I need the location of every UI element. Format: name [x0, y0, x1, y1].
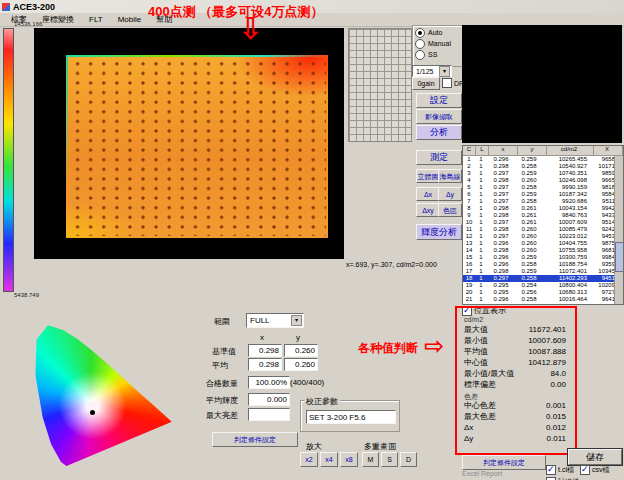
export-format-label: csv檔: [592, 465, 610, 475]
table-row[interactable]: 3 1 0.297 0.259 10740.351 9859: [463, 170, 623, 177]
avg-luminance-label: 平均輝度: [206, 395, 238, 406]
chevron-down-icon[interactable]: ▾: [439, 66, 450, 77]
luminance-analysis-button[interactable]: 輝度分析: [416, 224, 462, 240]
calibration-label: 校正參數: [304, 396, 340, 407]
export-format-checkbox[interactable]: t.cl檔: [546, 465, 574, 475]
table-scrollbar[interactable]: [614, 156, 623, 304]
excel-report-button[interactable]: Excel Report: [462, 470, 522, 479]
table-row[interactable]: 2 1 0.298 0.258 10540.927 10171: [463, 163, 623, 170]
luminance-stats: 最大值 11672.401 最小值 10007.609 平均值 10087.88…: [464, 324, 566, 390]
zoom-button[interactable]: x2: [300, 452, 318, 467]
table-row[interactable]: 14 1 0.298 0.260 10755.958 9681: [463, 247, 623, 254]
stat-row: 中心色差 0.001: [464, 400, 566, 411]
capture-mode-option[interactable]: Manual: [415, 38, 463, 49]
graph-paper: [348, 28, 412, 142]
multi-screen-button[interactable]: D: [400, 452, 417, 467]
avg-luminance-value[interactable]: 0.000: [248, 393, 290, 406]
col-c: C: [463, 146, 476, 155]
radio-icon[interactable]: [415, 50, 425, 60]
checkbox-icon[interactable]: [442, 78, 452, 88]
table-row[interactable]: 4 1 0.298 0.260 10246.098 9665: [463, 177, 623, 184]
measurement-table[interactable]: C L x y cd/m2 X 1 1 0.296 0.259 10265.45…: [462, 145, 624, 305]
table-row[interactable]: 15 1 0.296 0.259 10300.759 9984: [463, 254, 623, 261]
capture-mode-group: Auto Manual SS: [412, 25, 466, 67]
table-body[interactable]: 1 1 0.296 0.259 10265.455 9658 2 1 0.298…: [463, 156, 623, 304]
judge-condition-button-left[interactable]: 判定條件設定: [212, 432, 298, 447]
table-row[interactable]: 9 1 0.298 0.261 9840.763 9433: [463, 212, 623, 219]
table-row[interactable]: 18 1 0.297 0.258 11402.293 9451: [463, 275, 623, 282]
contour-button[interactable]: 海島線: [438, 169, 462, 183]
table-row[interactable]: 6 1 0.297 0.259 10187.342 9584: [463, 191, 623, 198]
stat-row: 最小值/最大值 84.0: [464, 368, 566, 379]
chevron-down-icon[interactable]: ▾: [291, 315, 302, 326]
table-row[interactable]: 20 1 0.295 0.256 10680.313 9727: [463, 289, 623, 296]
table-row[interactable]: 1 1 0.296 0.259 10265.455 9658: [463, 156, 623, 163]
analyze-button[interactable]: 分析: [416, 125, 462, 140]
judge-condition-button-right[interactable]: 判定條件設定: [462, 455, 546, 470]
capture-mode-option[interactable]: Auto: [415, 27, 463, 38]
stat-row: 最小值 10007.609: [464, 335, 566, 346]
heatmap-panel[interactable]: [34, 28, 344, 259]
delta-x-button[interactable]: Δx: [416, 187, 440, 201]
zero-gain-button[interactable]: 0gain: [412, 77, 440, 90]
range-value: FULL: [250, 316, 270, 325]
table-row[interactable]: 5 1 0.297 0.258 9990.159 9818: [463, 184, 623, 191]
heatmap-image[interactable]: [66, 55, 328, 238]
average-label: 平均: [212, 360, 228, 371]
position-display-checkbox[interactable]: 位置表示: [462, 305, 506, 316]
capture-mode-label: SS: [428, 51, 437, 58]
checkbox-icon[interactable]: [546, 465, 556, 475]
checkbox-icon[interactable]: [462, 306, 472, 316]
stat-row: 最大值 11672.401: [464, 324, 566, 335]
color-region-button[interactable]: 色區: [438, 203, 462, 217]
max-diff-value[interactable]: [248, 408, 290, 421]
table-row[interactable]: 7 1 0.297 0.258 9920.686 9511: [463, 198, 623, 205]
save-button[interactable]: 儲存: [568, 449, 622, 465]
stats-unit-header: cd/m2: [464, 316, 483, 323]
delta-y-button[interactable]: Δy: [438, 187, 462, 201]
color-diff-stats: 中心色差 0.001 最大色差 0.015 Δx 0.012 Δy 0.011: [464, 400, 566, 444]
col-X: X: [594, 146, 623, 155]
range-select[interactable]: FULL ▾: [246, 313, 304, 328]
delta-xy-button[interactable]: Δxy: [416, 203, 440, 217]
table-row[interactable]: 8 1 0.298 0.261 10043.154 9942: [463, 205, 623, 212]
scrollbar-thumb[interactable]: [615, 242, 623, 272]
col-x: x: [489, 146, 518, 155]
ref-y-value[interactable]: 0.260: [284, 344, 318, 357]
radio-icon[interactable]: [415, 28, 425, 38]
menu-item[interactable]: Mobile: [111, 14, 149, 25]
stereo-button[interactable]: 立體圖: [416, 169, 440, 183]
menu-item[interactable]: FLT: [82, 14, 110, 25]
table-row[interactable]: 19 1 0.295 0.254 10800.404 10209: [463, 282, 623, 289]
down-arrow-icon: ⇩: [238, 14, 263, 44]
table-row[interactable]: 16 1 0.296 0.258 10188.754 9359: [463, 261, 623, 268]
measure-button[interactable]: 測定: [416, 150, 462, 165]
table-row[interactable]: 13 1 0.296 0.260 10404.755 9875: [463, 240, 623, 247]
stat-row: Δy 0.011: [464, 433, 566, 444]
cie-diagram: [28, 312, 190, 476]
multi-screen-button[interactable]: S: [381, 452, 398, 467]
export-format-checkbox[interactable]: csv檔: [580, 465, 610, 475]
table-row[interactable]: 11 1 0.298 0.260 10085.479 9242: [463, 226, 623, 233]
zoom-button[interactable]: x8: [340, 452, 358, 467]
table-row[interactable]: 10 1 0.297 0.261 10007.609 9514: [463, 219, 623, 226]
capture-mode-label: Auto: [428, 29, 442, 36]
image-grab-button[interactable]: 影像擷取: [416, 109, 462, 124]
colorbar-max-label: 14536.166: [14, 21, 42, 27]
pass-percent: 100.00%: [248, 376, 290, 389]
settings-button[interactable]: 設定: [416, 93, 462, 108]
table-row[interactable]: 17 1 0.298 0.259 11072.401 10345: [463, 268, 623, 275]
radio-icon[interactable]: [415, 39, 425, 49]
zoom-button[interactable]: x4: [320, 452, 338, 467]
ref-x-value[interactable]: 0.298: [248, 344, 282, 357]
checkbox-icon[interactable]: [580, 465, 590, 475]
stat-row: 中心值 10412.879: [464, 357, 566, 368]
table-row[interactable]: 12 1 0.297 0.260 10223.012 9453: [463, 233, 623, 240]
multi-screen-button[interactable]: M: [362, 452, 379, 467]
table-row[interactable]: 21 1 0.296 0.258 10016.464 9641: [463, 296, 623, 303]
pass-count-label: 合格數量: [206, 378, 238, 389]
dr-checkbox[interactable]: DR: [442, 78, 464, 88]
exposure-select[interactable]: 1/125 ▾: [412, 65, 452, 77]
annotation-points: 400点测 （最多可设4万点测）: [148, 3, 324, 21]
capture-mode-option[interactable]: SS: [415, 49, 463, 60]
